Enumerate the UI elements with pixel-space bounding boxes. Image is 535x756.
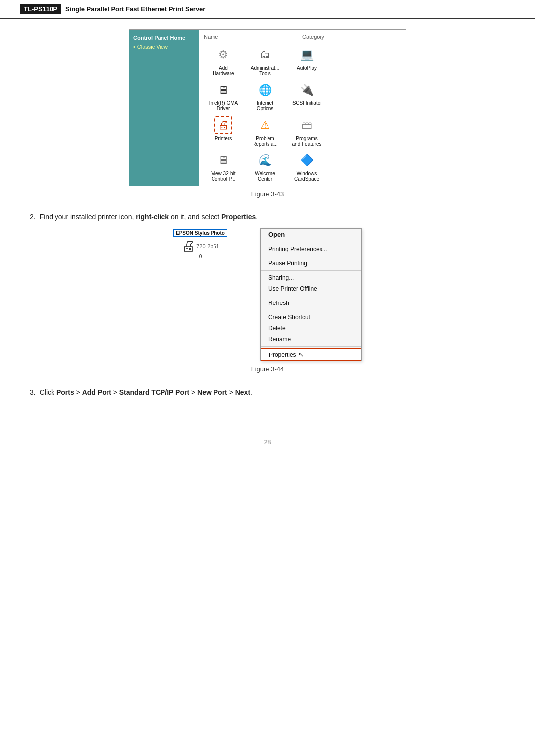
step3-sym4: >	[227, 388, 235, 396]
figure-44-label: Figure 3-44	[251, 365, 284, 373]
cp-icon-label-10: Welcome Center	[255, 171, 275, 182]
cp-icon-6: 🖨	[214, 116, 232, 134]
cp-icon-7: ⚠	[256, 116, 274, 134]
step3-bold5: Next	[235, 388, 250, 396]
cp-icon-2: 💻	[298, 46, 316, 64]
cp-home-title: Control Panel Home	[133, 35, 195, 41]
cp-left-panel: Control Panel Home Classic View	[129, 30, 199, 186]
cp-icon-label-2: AutoPlay	[297, 65, 317, 71]
step2-text-after: .	[256, 213, 258, 221]
cp-icon-item-0[interactable]: ⚙Add Hardware	[204, 46, 243, 76]
cp-icon-item-4[interactable]: 🌐Internet Options	[245, 81, 285, 111]
menu-item-7[interactable]: Use Printer Offline	[261, 283, 361, 294]
printer-num: 0	[199, 254, 202, 259]
cp-icon-label-8: Programs and Features	[292, 136, 321, 147]
cp-icon-item-2[interactable]: 💻AutoPlay	[287, 46, 326, 76]
cp-icon-item-11[interactable]: 🔷Windows CardSpace	[287, 151, 326, 182]
cp-right-panel: Name Category ⚙Add Hardware🗂Administrat.…	[199, 30, 406, 186]
cp-classic-view[interactable]: Classic View	[133, 44, 195, 50]
menu-separator-1	[261, 242, 361, 242]
step3-text-before: Click	[40, 388, 56, 396]
step3-bold4: New Port	[197, 388, 227, 396]
cp-icon-item-5[interactable]: 🔌iSCSI Initiator	[287, 81, 326, 111]
header-description: Single Parallel Port Fast Ethernet Print…	[65, 5, 205, 13]
step2-text-before: Find your installed printer icon,	[40, 213, 136, 221]
menu-item-13[interactable]: Rename	[261, 334, 361, 345]
step3-sym2: >	[111, 388, 119, 396]
context-menu-container: EPSON Stylus Photo 🖨 720-2b51 0 OpenPrin…	[173, 229, 362, 361]
step2-bold2: Properties	[221, 213, 256, 221]
step-3-text: 3.Click Ports > Add Port > Standard TCP/…	[30, 387, 505, 399]
printer-model: 720-2b51	[196, 243, 219, 249]
cp-icon-9: 🖥	[214, 151, 232, 169]
cp-col-name: Name	[204, 34, 302, 40]
cp-sidebar: Control Panel Home Classic View Name Cat…	[129, 30, 406, 186]
cp-icon-item-8[interactable]: 🗃Programs and Features	[287, 116, 326, 147]
step2-text-mid: on it, and select	[169, 213, 221, 221]
step3-sym1: >	[74, 388, 82, 396]
cp-column-headers: Name Category	[204, 34, 401, 42]
cp-icon-label-0: Add Hardware	[213, 65, 234, 76]
menu-item-15[interactable]: Properties ↖	[261, 348, 361, 361]
control-panel-window: Control Panel Home Classic View Name Cat…	[129, 29, 406, 186]
menu-item-2[interactable]: Printing Preferences...	[261, 244, 361, 254]
menu-item-4[interactable]: Pause Printing	[261, 258, 361, 269]
step-2-text: 2.Find your installed printer icon, righ…	[30, 211, 505, 222]
menu-separator-14	[261, 346, 361, 347]
step3-bold3: Standard TCP/IP Port	[119, 388, 189, 396]
cp-icon-item-6[interactable]: 🖨Printers	[204, 116, 243, 147]
cp-icon-label-3: Intel(R) GMA Driver	[209, 101, 238, 111]
menu-separator-5	[261, 270, 361, 271]
cp-icon-8: 🗃	[298, 116, 316, 134]
cp-icon-1: 🗂	[256, 46, 274, 64]
cp-icon-item-7[interactable]: ⚠Problem Reports a...	[245, 116, 285, 147]
step3-sym3: >	[189, 388, 197, 396]
cp-icon-item-9[interactable]: 🖥View 32-bit Control P...	[204, 151, 243, 182]
model-badge: TL-PS110P	[20, 4, 61, 14]
step2-bold1: right-click	[136, 213, 169, 221]
cp-icon-label-6: Printers	[215, 136, 232, 141]
printer-name-label: EPSON Stylus Photo	[173, 229, 227, 237]
cp-icon-11: 🔷	[298, 151, 316, 169]
cp-icon-item-1[interactable]: 🗂Administrat... Tools	[245, 46, 285, 76]
step3-text-after: .	[250, 388, 252, 396]
figure-44-container: EPSON Stylus Photo 🖨 720-2b51 0 OpenPrin…	[30, 229, 505, 378]
menu-separator-10	[261, 310, 361, 310]
menu-item-6[interactable]: Sharing...	[261, 272, 361, 283]
cp-icon-4: 🌐	[256, 81, 274, 99]
context-menu: OpenPrinting Preferences...Pause Printin…	[260, 228, 362, 361]
cp-icon-3: 🖥	[214, 81, 232, 99]
cp-icon-label-11: Windows CardSpace	[294, 171, 319, 182]
step3-bold2: Add Port	[82, 388, 111, 396]
cp-icon-label-9: View 32-bit Control P...	[211, 171, 235, 182]
figure-43-label: Figure 3-43	[251, 190, 284, 198]
cp-icon-0: ⚙	[214, 46, 232, 64]
cp-icon-label-1: Administrat... Tools	[251, 65, 279, 76]
menu-item-12[interactable]: Delete	[261, 323, 361, 334]
cp-icon-10: 🌊	[256, 151, 274, 169]
main-content: Control Panel Home Classic View Name Cat…	[0, 29, 535, 418]
step-3-number: 3.	[30, 388, 36, 396]
menu-item-0[interactable]: Open	[261, 229, 361, 240]
cp-col-category: Category	[302, 34, 401, 40]
menu-item-9[interactable]: Refresh	[261, 298, 361, 308]
printer-row: EPSON Stylus Photo 🖨 720-2b51 0 OpenPrin…	[173, 229, 362, 361]
printer-icon-block: EPSON Stylus Photo 🖨 720-2b51 0	[173, 229, 227, 259]
cp-icon-label-5: iSCSI Initiator	[291, 101, 321, 106]
menu-separator-3	[261, 256, 361, 256]
cursor-arrow: ↖	[298, 351, 304, 358]
menu-separator-8	[261, 296, 361, 296]
cp-icon-5: 🔌	[298, 81, 316, 99]
page-number: 28	[0, 438, 535, 455]
step3-bold1: Ports	[56, 388, 74, 396]
cp-icon-label-4: Internet Options	[257, 101, 273, 111]
printer-icon: 🖨	[181, 238, 195, 254]
cp-icon-item-3[interactable]: 🖥Intel(R) GMA Driver	[204, 81, 243, 111]
cp-icon-item-10[interactable]: 🌊Welcome Center	[245, 151, 285, 182]
cp-icon-label-7: Problem Reports a...	[252, 136, 278, 147]
figure-43-container: Control Panel Home Classic View Name Cat…	[30, 29, 505, 202]
page-header: TL-PS110P Single Parallel Port Fast Ethe…	[0, 0, 535, 19]
menu-item-11[interactable]: Create Shortcut	[261, 312, 361, 323]
cp-icons-grid: ⚙Add Hardware🗂Administrat... Tools💻AutoP…	[204, 46, 401, 182]
step-2-number: 2.	[30, 213, 36, 221]
